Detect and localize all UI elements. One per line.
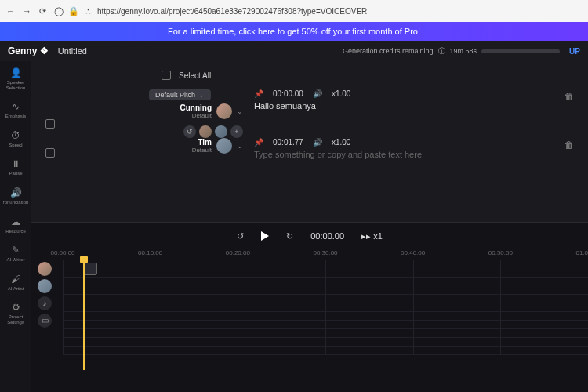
pin-icon[interactable]: 📌 — [254, 89, 263, 98]
select-all-checkbox[interactable] — [162, 71, 171, 80]
credits-label: Generation credits remaining — [343, 47, 434, 55]
sidebar-item[interactable]: ✎AI Writer — [0, 243, 31, 264]
volume-icon[interactable]: 🔊 — [313, 138, 322, 147]
back-icon[interactable]: ← — [6, 6, 15, 16]
speaker-selector[interactable]: TimDefault⌄ — [192, 138, 243, 154]
block-speed: x1.00 — [332, 89, 350, 98]
ruler-tick: 00:30.00 — [313, 249, 337, 256]
avatar — [216, 138, 232, 154]
sidebar-icon: ⏸ — [10, 158, 21, 169]
sidebar-icon: ⚙ — [10, 302, 21, 313]
lock-icon: 🔒 — [68, 6, 79, 16]
pin-icon[interactable]: 📌 — [254, 138, 263, 147]
forward-icon[interactable]: → — [23, 6, 31, 16]
ruler-tick: 00:00.00 — [50, 249, 74, 256]
add-button[interactable]: + — [230, 125, 243, 138]
sidebar-item[interactable]: ⚙Project Settings — [0, 300, 31, 326]
sidebar-icon: 🖌 — [10, 274, 21, 285]
sidebar-item[interactable]: ☁Resource — [0, 215, 31, 236]
upgrade-button[interactable]: UP — [569, 47, 580, 56]
sidebar-icon: 👤 — [10, 67, 21, 78]
forward-icon[interactable]: ↻ — [286, 231, 293, 241]
text-input[interactable]: Hallo semuanya — [254, 101, 564, 111]
sidebar-icon: ⏱ — [10, 130, 21, 141]
block-time: 00:00.00 — [273, 89, 303, 98]
url-text[interactable]: https://genny.lovo.ai/project/6450a61e33… — [97, 7, 367, 16]
ruler-tick: 00:20.00 — [226, 249, 250, 256]
sidebar-item[interactable]: 🔊ronunciation — [0, 186, 31, 207]
play-button[interactable] — [261, 231, 269, 241]
sidebar-icon: ∿ — [10, 101, 21, 112]
select-all-label: Select All — [179, 71, 211, 80]
rewind-icon[interactable]: ↺ — [237, 231, 244, 241]
brand-logo[interactable]: Genny ❖ — [8, 45, 49, 56]
block-time: 00:01.77 — [273, 138, 303, 147]
shield-icon: ◯ — [54, 6, 64, 16]
sidebar-item[interactable]: ∿Emphasis — [0, 100, 31, 121]
sidebar-icon: 🔊 — [10, 187, 21, 198]
help-icon[interactable]: ⓘ — [438, 46, 445, 56]
block-speed: x1.00 — [332, 138, 350, 147]
ruler-tick: 00:50.00 — [488, 249, 513, 256]
speed-button[interactable]: ▸▸ x1 — [361, 231, 383, 241]
ruler-tick: 00:40.00 — [401, 249, 425, 256]
track-avatar[interactable] — [38, 279, 52, 293]
music-track-icon[interactable]: ♪ — [38, 296, 52, 310]
text-input[interactable]: Type something or copy and paste text he… — [254, 150, 564, 159]
transport-time: 00:00.00 — [310, 231, 344, 241]
credits-time: 19m 58s — [450, 47, 477, 55]
sidebar-item[interactable]: 🖌AI Artist — [0, 272, 31, 293]
ruler-tick: 00:10.00 — [138, 249, 162, 256]
sidebar-icon: ✎ — [10, 245, 21, 256]
perm-icon: ⛬ — [84, 6, 93, 16]
sidebar-item[interactable]: 👤Speaker Selection — [0, 66, 31, 92]
chevron-down-icon: ⌄ — [237, 142, 243, 150]
credits-bar — [481, 49, 560, 53]
pitch-selector[interactable]: Default Pitch ⌄ — [149, 89, 211, 100]
sidebar-icon: ☁ — [10, 216, 21, 227]
volume-icon[interactable]: 🔊 — [313, 89, 322, 98]
ruler-tick: 01:00.00 — [575, 249, 588, 256]
audio-clip[interactable] — [83, 263, 97, 275]
alt-avatar[interactable] — [199, 125, 212, 138]
speaker-selector[interactable]: CunningDefault⌄ — [180, 103, 243, 119]
chevron-down-icon: ⌄ — [237, 107, 243, 115]
delete-button[interactable]: 🗑 — [564, 138, 574, 159]
alt-avatar[interactable] — [215, 125, 227, 138]
image-track-icon[interactable]: ▭ — [38, 314, 52, 328]
project-title[interactable]: Untitled — [58, 46, 87, 56]
delete-button[interactable]: 🗑 — [564, 89, 574, 138]
sidebar-item[interactable]: ⏱Speed — [0, 129, 31, 150]
track-avatar[interactable] — [38, 262, 52, 276]
block-checkbox[interactable] — [45, 119, 55, 129]
promo-banner[interactable]: For a limited time, click here to get 50… — [0, 22, 588, 41]
sidebar-item[interactable]: ⏸Pause — [0, 157, 31, 178]
block-checkbox[interactable] — [45, 148, 55, 158]
avatar — [216, 103, 232, 119]
reload-icon[interactable]: ⟳ — [39, 6, 46, 16]
history-icon[interactable]: ↺ — [183, 125, 196, 138]
